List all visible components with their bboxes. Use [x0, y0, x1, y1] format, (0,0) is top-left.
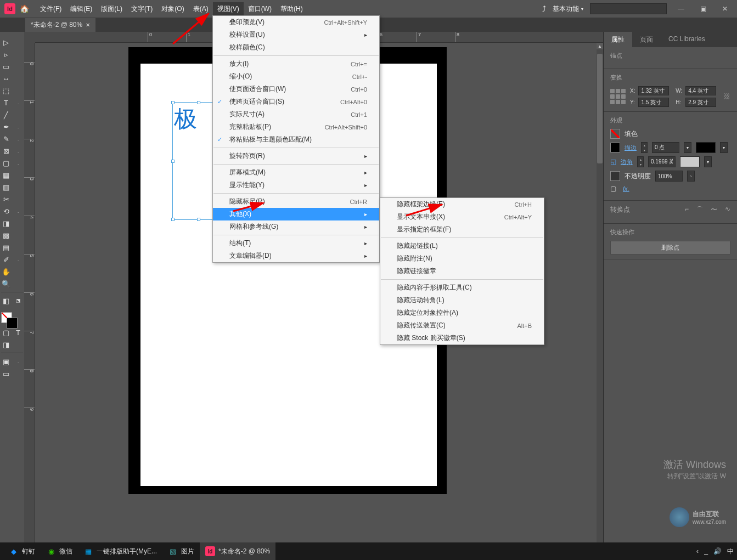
menu-item-extras[interactable]: 其他(X)▸	[213, 208, 379, 220]
rectangle-sub[interactable]: .	[12, 157, 24, 169]
resize-handle[interactable]	[171, 101, 175, 104]
scroll-up-icon[interactable]: ▲	[597, 43, 603, 49]
menu-item-match-pasteboard-theme[interactable]: ✓将粘贴板与主题颜色匹配(M)	[213, 133, 379, 146]
fill-stroke-swatch[interactable]	[0, 311, 24, 326]
corner-style-swatch[interactable]	[680, 156, 700, 167]
gradient-swatch-tool[interactable]: ◨	[0, 217, 12, 229]
line-tool[interactable]: ╱	[0, 109, 12, 121]
menu-item-hide-hyperlinks[interactable]: 隐藏超链接(L)	[380, 240, 544, 252]
corner-icon[interactable]: ◱	[610, 158, 616, 166]
menu-item-hide-frame-edges[interactable]: 隐藏框架边缘(E)Ctrl+H	[380, 198, 544, 211]
stroke-style-swatch[interactable]	[696, 142, 716, 153]
tab-pages[interactable]: 页面	[632, 32, 661, 47]
menu-item-zoom-out[interactable]: 缩小(O)Ctrl+-	[213, 70, 379, 83]
eyedropper-sub[interactable]: .	[12, 253, 24, 265]
fill-stroke-toggle[interactable]: ◧	[0, 295, 12, 307]
taskbar-item-indesign[interactable]: Id*未命名-2 @ 80%	[200, 542, 275, 560]
menu-object[interactable]: 对象(O)	[157, 2, 188, 16]
window-maximize[interactable]: ▣	[695, 3, 711, 14]
resize-handle[interactable]	[197, 218, 200, 221]
workspace-switcher[interactable]: 基本功能 ▾	[553, 4, 583, 14]
zoom-tool[interactable]: 🔍	[0, 278, 12, 290]
rectangle-frame-sub[interactable]: .	[12, 145, 24, 157]
menu-layout[interactable]: 版面(L)	[97, 2, 127, 16]
y-field[interactable]	[638, 98, 669, 107]
stroke-weight-dropdown[interactable]: ▾	[684, 142, 691, 153]
selection-tool[interactable]: ▷	[0, 36, 12, 48]
taskbar-item-photos[interactable]: ▧图片	[162, 542, 200, 560]
menu-item-proof-setup[interactable]: 校样设置(U)▸	[213, 29, 379, 41]
opacity-dropdown[interactable]: ›	[687, 171, 695, 182]
taskbar-item-mye[interactable]: ▦一键排版助手(MyE...	[78, 542, 162, 560]
screen-mode[interactable]: ▭	[0, 367, 12, 380]
transform-sub[interactable]: .	[12, 205, 24, 217]
menu-item-hide-rulers[interactable]: 隐藏标尺(R)Ctrl+R	[213, 195, 379, 208]
x-field[interactable]	[638, 86, 669, 95]
grid-tool[interactable]: ▦	[0, 169, 12, 181]
convert-smooth-icon[interactable]: ⌒	[696, 205, 703, 214]
menu-view[interactable]: 视图(V)	[213, 2, 244, 16]
vertical-grid-tool[interactable]: ▥	[0, 181, 12, 193]
menu-item-screen-mode[interactable]: 屏幕模式(M)▸	[213, 166, 379, 179]
w-field[interactable]	[685, 86, 716, 95]
search-input[interactable]	[590, 3, 667, 14]
menu-item-hide-notes[interactable]: 隐藏附注(N)	[380, 252, 544, 265]
opacity-field[interactable]	[655, 171, 683, 182]
tray-network-icon[interactable]: ⎯	[704, 547, 708, 555]
menu-item-hide-live-corners[interactable]: 隐藏活动转角(L)	[380, 294, 544, 307]
menu-item-rotate-spread[interactable]: 旋转跨页(R)▸	[213, 150, 379, 162]
scroll-thumb[interactable]	[597, 54, 603, 163]
type-tool-sub[interactable]: .	[12, 97, 24, 109]
menu-item-proof-colors[interactable]: 校样颜色(C)	[213, 41, 379, 54]
corner-field[interactable]	[648, 156, 676, 167]
menu-item-hide-conveyor[interactable]: 隐藏传送装置(C)Alt+B	[380, 319, 544, 332]
free-transform-tool[interactable]: ⟲	[0, 205, 12, 217]
menu-help[interactable]: 帮助(H)	[276, 2, 307, 16]
tab-close-icon[interactable]: ✕	[86, 22, 90, 28]
hand-tool[interactable]: ✋	[0, 265, 12, 278]
menu-item-fit-page[interactable]: 使页面适合窗口(W)Ctrl+0	[213, 83, 379, 95]
system-tray[interactable]: ‹ ⎯ 🔊 中	[696, 547, 734, 556]
stroke-style-dropdown[interactable]: ▾	[720, 142, 728, 153]
reference-point-grid[interactable]	[610, 89, 626, 104]
menu-item-entire-pasteboard[interactable]: 完整粘贴板(P)Ctrl+Alt+Shift+0	[213, 121, 379, 133]
menu-text[interactable]: 文字(T)	[127, 2, 157, 16]
tray-ime[interactable]: 中	[727, 547, 734, 556]
menu-file[interactable]: 文件(F)	[36, 2, 66, 16]
home-icon[interactable]: 🏠	[20, 4, 29, 13]
menu-item-overprint-preview[interactable]: 叠印预览(V)Ctrl+Alt+Shift+Y	[213, 16, 379, 29]
menu-item-structure[interactable]: 结构(T)▸	[213, 237, 379, 250]
resize-handle[interactable]	[171, 218, 175, 221]
tray-volume-icon[interactable]: 🔊	[713, 547, 722, 555]
menu-item-show-text-threads[interactable]: 显示文本串接(X)Ctrl+Alt+Y	[380, 211, 544, 223]
pencil-tool[interactable]: ✎	[0, 133, 12, 145]
pen-tool[interactable]: ✒	[0, 121, 12, 133]
menu-item-fit-spread[interactable]: ✓使跨页适合窗口(S)Ctrl+Alt+0	[213, 95, 379, 108]
menu-table[interactable]: 表(A)	[189, 2, 213, 16]
stroke-weight-field[interactable]	[652, 142, 679, 153]
convert-corner-icon[interactable]: ⌐	[685, 205, 689, 214]
content-collector-tool[interactable]: ⬚	[0, 84, 12, 97]
share-icon[interactable]: ⤴	[542, 4, 546, 13]
convert-sym-icon[interactable]: 〜	[711, 205, 717, 214]
constrain-icon[interactable]: ⛓	[724, 93, 730, 100]
menu-item-display-performance[interactable]: 显示性能(Y)▸	[213, 179, 379, 191]
convert-asym-icon[interactable]: ∿	[725, 205, 730, 214]
corner-spinner[interactable]: ▴▾	[637, 156, 644, 167]
gap-tool[interactable]: ↔	[0, 72, 12, 84]
delete-point-button[interactable]: 删除点	[610, 241, 730, 254]
window-close[interactable]: ✕	[717, 3, 733, 14]
rectangle-tool[interactable]: ▢	[0, 157, 12, 169]
menu-item-actual-size[interactable]: 实际尺寸(A)Ctrl+1	[213, 108, 379, 121]
tray-chevron-icon[interactable]: ‹	[696, 547, 699, 555]
eyedropper-tool[interactable]: ✐	[0, 253, 12, 265]
corner-style-dropdown[interactable]: ▾	[704, 156, 712, 167]
stroke-link[interactable]: 描边	[625, 144, 637, 152]
default-colors[interactable]: ⬔	[12, 295, 24, 307]
scissors-tool[interactable]: ✂	[0, 193, 12, 205]
stroke-swatch[interactable]	[610, 143, 620, 152]
fx-link[interactable]: fx.	[623, 185, 629, 192]
corner-link[interactable]: 边角	[621, 158, 633, 166]
taskbar-item-dingtalk[interactable]: ◆钉钉	[3, 542, 41, 560]
apply-color[interactable]: ◨	[0, 338, 12, 350]
